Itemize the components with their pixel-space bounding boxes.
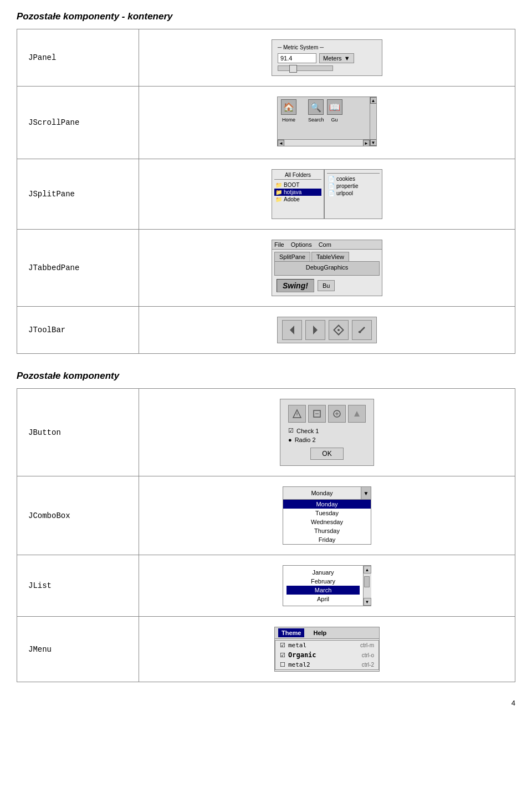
component-preview-jtabbedpane: File Options Com SplitPane TableView Deb…: [139, 230, 515, 307]
section2-title: Pozostałe komponenty: [17, 370, 515, 382]
jlist-demo: January February March April ▲ ▼: [283, 565, 371, 606]
jbutton-demo: Check 1 Radio 2 OK: [280, 399, 374, 466]
metric-slider[interactable]: [278, 65, 333, 71]
jtoolbar-demo: [277, 317, 377, 343]
radio2-button[interactable]: [288, 436, 292, 443]
debug-graphics-tab[interactable]: DebugGraphics: [277, 264, 377, 271]
metal2-check: [280, 661, 285, 668]
jlist-items: January February March April: [283, 566, 363, 606]
scroll-down-btn[interactable]: ▼: [370, 139, 377, 146]
combo-item-thursday[interactable]: Thursday: [283, 526, 371, 535]
jb-icon4[interactable]: [348, 405, 366, 423]
component-name-jtabbedpane: JTabbedPane: [17, 230, 139, 307]
file-icon: 📄: [328, 176, 335, 182]
check1-row: Check 1: [288, 427, 366, 434]
combo-item-tuesday[interactable]: Tuesday: [283, 509, 371, 517]
ok-button[interactable]: OK: [310, 448, 343, 460]
jlist-scroll-thumb[interactable]: [364, 576, 370, 587]
tab-splitpane[interactable]: SplitPane: [274, 252, 310, 261]
table-row: JScrollPane ▲ ▼ 🏠 Home 🔍 Search: [17, 87, 515, 159]
combobox-dropdown: Monday Tuesday Wednesday Thursday Friday: [283, 500, 371, 545]
metric-system-title: ─ Metric System ─: [278, 44, 376, 50]
scroll-right-btn[interactable]: ►: [363, 140, 370, 146]
menu-theme[interactable]: Theme: [278, 628, 304, 637]
check1-checkbox[interactable]: [288, 427, 294, 434]
hotjava-item[interactable]: 📁hotjava: [274, 189, 321, 196]
bu-button[interactable]: Bu: [318, 280, 335, 291]
jcombobox-demo: Monday ▼ Monday Tuesday Wednesday Thursd…: [283, 486, 371, 545]
jtabbedpane-demo: File Options Com SplitPane TableView Deb…: [272, 240, 382, 296]
metal-label: metal: [288, 642, 306, 649]
jpanel-demo: ─ Metric System ─ Meters ▼: [272, 39, 382, 76]
component-preview-jpanel: ─ Metric System ─ Meters ▼: [139, 29, 515, 87]
menu-item-metal[interactable]: metal ctrl-m: [275, 641, 378, 650]
component-preview-jtoolbar: [139, 307, 515, 354]
adobe-item[interactable]: 📁Adobe: [274, 196, 321, 203]
cookies-header: [327, 172, 380, 174]
jlist-scroll-down[interactable]: ▼: [364, 598, 371, 606]
scroll-left-btn[interactable]: ◄: [278, 140, 284, 146]
list-item-april[interactable]: April: [287, 595, 360, 603]
menu-options[interactable]: Options: [291, 241, 312, 248]
organic-check: [280, 652, 285, 659]
table-row: JPanel ─ Metric System ─ Meters ▼: [17, 29, 515, 87]
combo-item-monday[interactable]: Monday: [283, 500, 371, 509]
splitpane-left: All Folders 📁BOOT 📁hotjava 📁Adobe: [272, 170, 325, 219]
jlist-scroll-track: [364, 573, 371, 598]
combo-item-wednesday[interactable]: Wednesday: [283, 517, 371, 526]
toolbar-btn-back[interactable]: [282, 320, 302, 340]
toolbar-btn-home[interactable]: [329, 320, 349, 340]
combo-item-friday[interactable]: Friday: [283, 535, 371, 544]
menu-item-organic[interactable]: Organic ctrl-o: [275, 650, 378, 660]
scrollbar-vertical[interactable]: ▲ ▼: [370, 97, 376, 146]
list-item-february[interactable]: February: [287, 577, 360, 586]
svg-marker-14: [354, 411, 360, 417]
search-icon: 🔍: [308, 99, 324, 115]
toolbar-btn-bookmark[interactable]: [352, 320, 372, 340]
organic-shortcut: ctrl-o: [362, 652, 374, 658]
combobox-arrow[interactable]: ▼: [361, 487, 371, 499]
component-name-jpanel: JPanel: [17, 29, 139, 87]
scroll-up-btn[interactable]: ▲: [370, 97, 377, 104]
tab-tableview[interactable]: TableView: [311, 252, 349, 261]
tabs-row: SplitPane TableView: [272, 250, 382, 261]
splitpane-right: 📄cookies 📄propertie 📄urlpool: [325, 170, 382, 219]
folder-icon: 📁: [275, 182, 282, 188]
metric-dropdown-arrow: ▼: [344, 55, 350, 62]
jb-icon1[interactable]: [288, 405, 306, 423]
menu-help[interactable]: Help: [310, 628, 330, 637]
jlist-scroll-up[interactable]: ▲: [364, 566, 371, 573]
menu-file[interactable]: File: [274, 241, 284, 248]
component-name-jbutton: JButton: [17, 389, 139, 476]
list-item-january[interactable]: January: [287, 568, 360, 577]
check1-label: Check 1: [296, 428, 319, 434]
combobox-header[interactable]: Monday ▼: [283, 486, 371, 500]
jmenu-dropdown: metal ctrl-m Organic ctrl-o: [275, 640, 379, 670]
svg-marker-0: [290, 326, 294, 334]
scrollbar-horizontal[interactable]: ◄ ►: [278, 139, 370, 146]
jmenu-demo: Theme Help metal ctrl-m Organi: [274, 627, 380, 672]
urlpool-item[interactable]: 📄urlpool: [327, 190, 380, 197]
combobox-selected-value: Monday: [283, 488, 361, 498]
component-preview-jscrollpane: ▲ ▼ 🏠 Home 🔍 Search 📖 Gu: [139, 87, 515, 159]
jb-icon2[interactable]: [308, 405, 326, 423]
menu-item-metal2[interactable]: metal2 ctrl-2: [275, 660, 378, 669]
boot-item[interactable]: 📁BOOT: [274, 181, 321, 189]
jmenu-menubar: Theme Help: [275, 627, 379, 639]
cookies-item[interactable]: 📄cookies: [327, 175, 380, 182]
folder-icon-adobe: 📁: [275, 196, 282, 202]
jsplitpane-demo: All Folders 📁BOOT 📁hotjava 📁Adobe 📄cooki…: [272, 169, 382, 219]
jlist-scrollbar[interactable]: ▲ ▼: [363, 566, 371, 606]
jb-icon3[interactable]: [328, 405, 346, 423]
menu-com[interactable]: Com: [319, 241, 331, 248]
metric-value-input[interactable]: [278, 53, 316, 63]
metric-unit-dropdown[interactable]: Meters ▼: [319, 53, 354, 63]
home-icon: 🏠: [281, 99, 296, 115]
component-name-jlist: JList: [17, 555, 139, 617]
toolbar-btn-forward[interactable]: [305, 320, 325, 340]
component-name-jscrollpane: JScrollPane: [17, 87, 139, 159]
propertie-item[interactable]: 📄propertie: [327, 182, 380, 190]
component-preview-jlist: January February March April ▲ ▼: [139, 555, 515, 617]
file-icon3: 📄: [328, 190, 335, 196]
list-item-march[interactable]: March: [287, 586, 360, 595]
